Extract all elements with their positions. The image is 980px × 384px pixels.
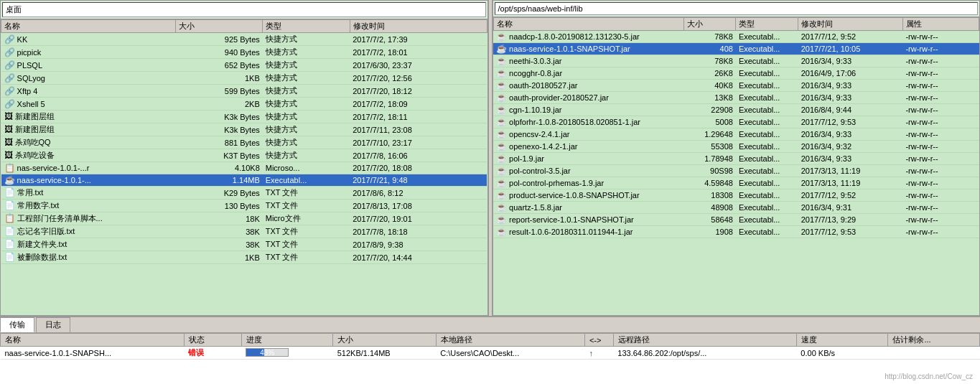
transfer-col-dir[interactable]: <-> [584,334,613,347]
file-icon-jar: ☕ [496,166,507,176]
right-table-row[interactable]: ☕ naadcp-1.8.0-20190812.131230-5.jar 78K… [493,31,979,43]
left-col-name[interactable]: 名称 [1,20,176,33]
left-file-type: 快捷方式 [263,123,350,136]
right-file-name: ☕ oauth-provider-20180527.jar [493,92,683,104]
right-file-size: 1.78948 [683,153,736,165]
left-file-mtime: 2017/7/20, 14:44 [350,251,487,264]
right-table-row[interactable]: ☕ oauth-20180527.jar 40K8 Executabl... 2… [493,80,979,92]
transfer-row[interactable]: naas-service-1.0.1-SNAPSH... 错误 43% 512K… [1,347,980,360]
right-file-size: 40K8 [683,80,736,92]
right-table-row[interactable]: ☕ cgn-1.10.19.jar 22908 Executabl... 201… [493,104,979,116]
right-table-row[interactable]: ☕ neethi-3.0.3.jar 78K8 Executabl... 201… [493,55,979,67]
right-table-row[interactable]: ☕ pol-control-3.5.jar 90S98 Executabl...… [493,165,979,177]
left-file-type: TXT 文件 [263,187,350,200]
left-table-row[interactable]: 🖼 杀鸡吃QQ 881 Bytes 快捷方式 2017/7/10, 23:17 [1,136,487,149]
left-table-row[interactable]: 🔗 KK 925 Bytes 快捷方式 2017/7/2, 17:39 [1,33,487,46]
right-file-attr: -rw-rw-r-- [902,153,979,165]
right-col-size[interactable]: 大小 [683,18,736,31]
left-col-mtime[interactable]: 修改时间 [350,20,487,33]
file-icon-file: 📋 [4,163,15,173]
left-table-row[interactable]: 🖼 杀鸡吃设备 K3T Bytes 快捷方式 2017/7/8, 16:06 [1,149,487,162]
left-file-size: 881 Bytes [175,136,262,149]
left-table-row[interactable]: 📄 被删除数据.txt 1KB TXT 文件 2017/7/20, 14:44 [1,251,487,264]
left-file-name: 📄 常用.txt [1,187,176,200]
right-table-row[interactable]: ☕ pol-1.9.jar 1.78948 Executabl... 2016/… [493,153,979,165]
bottom-tabs: 传输 日志 [0,317,980,333]
right-table-row[interactable]: ☕ report-service-1.0.1-SNAPSHOT.jar 5864… [493,214,979,226]
transfer-col-status[interactable]: 状态 [184,334,241,347]
left-col-type[interactable]: 类型 [263,20,350,33]
right-col-attr[interactable]: 属性 [902,18,979,31]
right-file-mtime: 2017/7/12, 9:52 [798,189,903,202]
left-table-row[interactable]: 📄 新建文件夹.txt 38K TXT 文件 2017/8/9, 9:38 [1,238,487,251]
left-table-row[interactable]: 🖼 新建图层组 K3k Bytes 快捷方式 2017/7/2, 18:11 [1,111,487,123]
left-table-row[interactable]: ☕ naas-service-1.0.1-... 1.14MB Executab… [1,174,487,187]
right-panel-path[interactable]: /opt/sps/naas/web-inf/lib [495,2,979,15]
left-file-size: 940 Bytes [175,46,262,59]
right-table-row[interactable]: ☕ oauth-provider-20180527.jar 13K8 Execu… [493,92,979,104]
left-table-row[interactable]: 🖼 新建图层组 K3k Bytes 快捷方式 2017/7/11, 23:08 [1,123,487,136]
right-file-name: ☕ olpforhr-1.0.8-20180518.020851-1.jar [493,116,683,128]
transfer-table: 名称 状态 进度 大小 本地路径 <-> 远程路径 速度 估计剩余... naa… [0,333,980,384]
left-file-mtime: 2017/7/2, 18:09 [350,98,487,111]
left-file-name: 🔗 SQLyog [1,72,176,85]
right-col-mtime[interactable]: 修改时间 [798,18,903,31]
left-table-row[interactable]: 🔗 Xftp 4 599 Bytes 快捷方式 2017/7/20, 18:12 [1,85,487,98]
right-table-row[interactable]: ☕ pol-control-prhemas-1.9.jar 4.59848 Ex… [493,177,979,189]
left-file-name: 📄 忘记名字旧版.txt [1,225,176,238]
right-col-name[interactable]: 名称 [493,18,683,31]
transfer-col-progress[interactable]: 进度 [241,334,333,347]
left-table-row[interactable]: 📄 忘记名字旧版.txt 38K TXT 文件 2017/7/8, 18:18 [1,225,487,238]
left-file-type: Microso... [263,162,350,174]
transfer-progress: 43% [241,347,333,360]
left-file-name: 🖼 新建图层组 [1,111,176,123]
right-file-name: ☕ cgn-1.10.19.jar [493,104,683,116]
left-table-row[interactable]: 🔗 SQLyog 1KB 快捷方式 2017/7/20, 12:56 [1,72,487,85]
right-file-size: 90S98 [683,165,736,177]
left-file-type: 快捷方式 [263,111,350,123]
right-file-attr: -rw-rw-r-- [902,165,979,177]
right-col-type[interactable]: 类型 [736,18,798,31]
left-table-row[interactable]: 📋 工程部门任务清单脚本... 18K Micro文件 2017/7/20, 1… [1,212,487,225]
right-table-row[interactable]: ☕ quartz-1.5.8.jar 48908 Executabl... 20… [493,202,979,214]
left-table-row[interactable]: 📋 nas-service-1.0.1-...r 4.10K8 Microso.… [1,162,487,174]
left-file-name: 📋 工程部门任务清单脚本... [1,212,176,225]
left-table-row[interactable]: 🔗 PLSQL 652 Bytes 快捷方式 2017/6/30, 23:37 [1,59,487,72]
right-file-mtime: 2016/4/9, 17:06 [798,67,903,80]
transfer-col-eta[interactable]: 估计剩余... [888,334,980,347]
left-table-row[interactable]: 🔗 picpick 940 Bytes 快捷方式 2017/7/2, 18:01 [1,46,487,59]
right-table-row[interactable]: ☕ olpforhr-1.0.8-20180518.020851-1.jar 5… [493,116,979,128]
right-file-type: Executabl... [736,31,798,43]
left-file-type: TXT 文件 [263,200,350,212]
right-table-row[interactable]: ☕ result-1.0.6-20180311.011944-1.jar 190… [493,226,979,238]
right-table-row[interactable]: ☕ naas-service-1.0.1-SNAPSHOT.jar 408 Ex… [493,43,979,55]
transfer-col-name[interactable]: 名称 [1,334,185,347]
right-table-row[interactable]: ☕ opencsv-2.4.1.jar 1.29648 Executabl...… [493,128,979,141]
file-icon-shortcut: 🔗 [4,73,15,83]
left-table-row[interactable]: 🔗 Xshell 5 2KB 快捷方式 2017/7/2, 18:09 [1,98,487,111]
right-file-size: 78K8 [683,31,736,43]
tab-transfer[interactable]: 传输 [0,317,34,332]
right-file-type: Executabl... [736,177,798,189]
left-col-size[interactable]: 大小 [175,20,262,33]
transfer-col-speed[interactable]: 速度 [796,334,888,347]
file-icon-jar: ☕ [496,190,507,200]
right-file-type: Executabl... [736,153,798,165]
transfer-col-local[interactable]: 本地路径 [436,334,584,347]
right-table-row[interactable]: ☕ openexo-1.4.2-1.jar 55308 Executabl...… [493,141,979,153]
right-file-mtime: 2016/3/4, 9:33 [798,92,903,104]
transfer-col-size[interactable]: 大小 [333,334,436,347]
right-file-type: Executabl... [736,141,798,153]
right-file-size: 78K8 [683,55,736,67]
left-file-size: 925 Bytes [175,33,262,46]
left-panel-path[interactable]: 桌面 [2,2,486,17]
left-table-row[interactable]: 📄 常用.txt K29 Bytes TXT 文件 2017/8/6, 8:12 [1,187,487,200]
left-file-mtime: 2017/7/20, 18:08 [350,162,487,174]
transfer-col-remote[interactable]: 远程路径 [613,334,796,347]
right-table-row[interactable]: ☕ ncogghr-0.8.jar 26K8 Executabl... 2016… [493,67,979,80]
right-table-row[interactable]: ☕ product-service-1.0.8-SNAPSHOT.jar 183… [493,189,979,202]
left-table-row[interactable]: 📄 常用数字.txt 130 Bytes TXT 文件 2017/8/13, 1… [1,200,487,212]
left-file-name: 🔗 PLSQL [1,59,176,72]
tab-log[interactable]: 日志 [36,317,70,332]
right-file-attr: -rw-rw-r-- [902,226,979,238]
